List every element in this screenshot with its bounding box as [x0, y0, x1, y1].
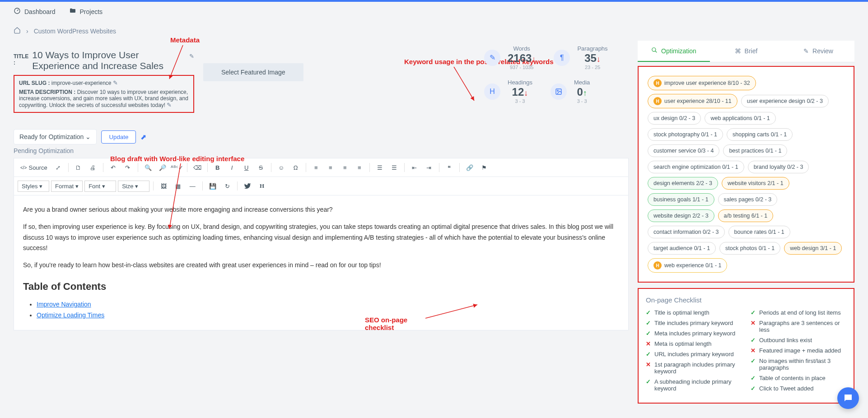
keyword-chip[interactable]: website design 2/2 - 3: [648, 209, 714, 222]
keyword-chip[interactable]: customer service 0/3 - 4: [648, 144, 719, 157]
keyword-chip[interactable]: user experience design 0/2 - 3: [741, 95, 829, 107]
keyword-chip[interactable]: best practices 0/1 - 1: [723, 144, 787, 157]
removefmt-icon[interactable]: ⌫: [191, 161, 204, 174]
table-icon[interactable]: ▦: [172, 180, 184, 192]
omega-icon[interactable]: Ω: [289, 161, 302, 174]
indent-icon[interactable]: ⇥: [423, 161, 435, 174]
search-icon[interactable]: 🔍: [142, 161, 154, 174]
check-ok-icon: ✓: [751, 309, 756, 316]
ol-icon[interactable]: ☰: [373, 161, 386, 174]
emoji-icon[interactable]: ☺: [275, 161, 288, 174]
align-center-icon[interactable]: ≡: [324, 161, 337, 174]
folder-icon: [69, 7, 76, 16]
align-justify-icon[interactable]: ≡: [353, 161, 366, 174]
hr-icon[interactable]: —: [186, 180, 199, 192]
toc-link[interactable]: Optimize Loading Times: [37, 311, 104, 319]
source-button[interactable]: </>Source: [18, 161, 50, 174]
keyword-chip[interactable]: Himprove user experience 8/10 - 32: [648, 76, 756, 90]
keyword-chip[interactable]: brand loyalty 0/2 - 3: [748, 161, 809, 173]
keyword-chip[interactable]: Huser experience 28/10 - 11: [648, 94, 737, 108]
update-button[interactable]: Update: [101, 130, 136, 144]
checklist-text: Title is optimal length: [654, 309, 709, 316]
expand-icon[interactable]: ⤢: [52, 161, 65, 174]
keyword-chip[interactable]: a/b testing 6/1 - 1: [718, 209, 774, 222]
keyword-chip[interactable]: ux design 0/2 - 3: [648, 112, 701, 125]
redo-icon[interactable]: ↷: [121, 161, 134, 174]
keyword-chip[interactable]: website visitors 2/1 - 1: [722, 177, 789, 190]
twitter-icon[interactable]: [241, 180, 254, 192]
keyword-text: brand loyalty 0/2 - 3: [754, 164, 803, 170]
key-icon: ⌘: [735, 47, 741, 55]
keyword-text: bounce rates 0/1 - 1: [734, 229, 784, 235]
check-ok-icon: ✓: [646, 378, 651, 385]
keyword-chip[interactable]: Hweb experience 0/1 - 1: [648, 258, 727, 273]
align-right-icon[interactable]: ≡: [339, 161, 351, 174]
stat-words-value: 2163: [508, 52, 532, 64]
replace-icon[interactable]: 🔎: [156, 161, 169, 174]
keyword-chip[interactable]: bounce rates 0/1 - 1: [728, 226, 790, 238]
checklist-item: ✓No images within first/last 3 paragraph…: [751, 358, 846, 371]
tab-optimization[interactable]: Optimization: [638, 41, 710, 62]
home-icon[interactable]: [14, 27, 21, 35]
tab-review[interactable]: ✎ Review: [782, 41, 854, 62]
check-ok-icon: ✓: [646, 330, 651, 337]
keyword-chip[interactable]: target audience 0/1 - 1: [648, 242, 716, 255]
strike-icon[interactable]: S: [255, 161, 267, 174]
pending-status: Pending Optimization: [14, 147, 629, 154]
toc-link[interactable]: Improve Navigation: [37, 301, 91, 308]
bold-icon[interactable]: B: [211, 161, 224, 174]
keyword-text: best practices 0/1 - 1: [729, 148, 781, 154]
font-select[interactable]: Font▾: [84, 181, 116, 192]
editor-toolbar-2: Styles▾ Format▾ Font▾ Size▾ 🖼 ▦ — 💾 ↻ H: [14, 177, 628, 195]
ul-icon[interactable]: ☰: [388, 161, 401, 174]
edit-desc-icon[interactable]: ✎: [167, 102, 172, 108]
keyword-chip[interactable]: contact information 0/2 - 3: [648, 226, 725, 238]
keyword-text: user experience 28/10 - 11: [664, 98, 732, 104]
keyword-chip[interactable]: web design 3/1 - 1: [784, 242, 842, 255]
undo-icon[interactable]: ↶: [107, 161, 120, 174]
keyword-chip[interactable]: stock photos 0/1 - 1: [719, 242, 780, 255]
underline-icon[interactable]: U: [240, 161, 253, 174]
quote-icon[interactable]: ❝: [443, 161, 456, 174]
link-icon[interactable]: 🔗: [463, 161, 476, 174]
format-select[interactable]: Format▾: [51, 181, 83, 192]
image-icon[interactable]: 🖼: [157, 180, 170, 192]
save-icon[interactable]: 💾: [206, 180, 219, 192]
checklist-text: Title includes primary keyword: [654, 320, 733, 326]
keyword-text: contact information 0/2 - 3: [653, 229, 719, 235]
align-left-icon[interactable]: ≡: [310, 161, 322, 174]
flag-icon[interactable]: ⚑: [478, 161, 490, 174]
outdent-icon[interactable]: ⇤: [408, 161, 421, 174]
newpage-icon[interactable]: 🗋: [72, 161, 85, 174]
keyword-chip[interactable]: business goals 1/1 - 1: [648, 193, 714, 206]
checklist-item: ✓Click to Tweet added: [751, 385, 846, 392]
edit-title-icon[interactable]: ✎: [189, 53, 194, 60]
edit-slug-icon[interactable]: ✎: [113, 79, 118, 86]
keyword-chip[interactable]: design elements 2/2 - 3: [648, 177, 718, 190]
italic-icon[interactable]: I: [226, 161, 238, 174]
featured-image-button[interactable]: Select Featured Image: [203, 63, 303, 81]
svg-point-7: [652, 48, 656, 51]
status-select[interactable]: Ready for Optimization⌄: [14, 129, 97, 144]
h-icon[interactable]: H: [256, 180, 268, 192]
keyword-chip[interactable]: sales pages 0/2 - 3: [718, 193, 778, 206]
print-icon[interactable]: 🖨: [87, 161, 99, 174]
styles-select[interactable]: Styles▾: [18, 181, 49, 192]
checklist-item: ✓Title is optimal length: [646, 309, 742, 316]
nav-dashboard[interactable]: Dashboard: [14, 7, 56, 16]
tab-brief[interactable]: ⌘ Brief: [710, 41, 782, 62]
keyword-text: shopping carts 0/1 - 1: [733, 131, 787, 138]
keyword-chip[interactable]: shopping carts 0/1 - 1: [727, 128, 793, 141]
editor-body[interactable]: Are you a brand owner serious about maki…: [14, 195, 628, 330]
size-select[interactable]: Size▾: [118, 181, 149, 192]
nav-projects[interactable]: Projects: [69, 7, 103, 16]
spellcheck-icon[interactable]: ᴬᴮᶜ✓: [171, 161, 183, 174]
keyword-chip[interactable]: stock photography 0/1 - 1: [648, 128, 723, 141]
check-ok-icon: ✓: [646, 309, 651, 316]
keyword-chip[interactable]: search engine optimization 0/1 - 1: [648, 161, 744, 173]
refresh-icon[interactable]: ↻: [221, 180, 233, 192]
breadcrumb-item[interactable]: Custom WordPress Websites: [34, 28, 116, 35]
keyword-chip[interactable]: web applications 0/1 - 1: [705, 112, 775, 125]
svg-line-8: [655, 51, 657, 53]
popout-icon[interactable]: ⬈: [140, 133, 146, 141]
